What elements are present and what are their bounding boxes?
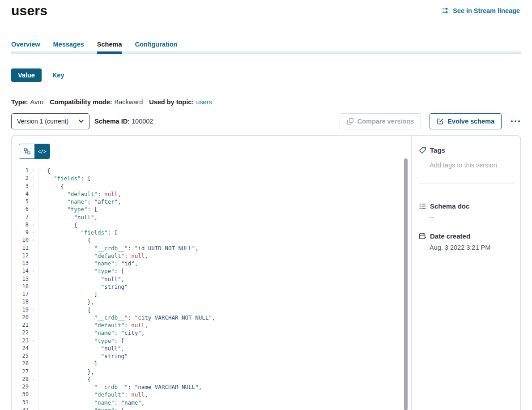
compare-versions-label: Compare versions — [358, 118, 414, 125]
line-number: 5 — [12, 198, 29, 205]
value-key-toggle: Value Key — [11, 68, 64, 82]
fold-toggle-icon[interactable]: ▾ — [29, 337, 38, 345]
fold-spacer — [29, 260, 38, 267]
code-text: "type": [ — [38, 406, 400, 410]
code-line: 7 "null", — [12, 214, 400, 221]
code-line: 18 }, — [12, 298, 400, 306]
stream-lineage-icon — [442, 7, 450, 14]
line-number: 22 — [12, 329, 29, 337]
code-text: "name": "city", — [38, 329, 400, 337]
fold-toggle-icon[interactable]: ▾ — [29, 406, 38, 410]
fold-toggle-icon[interactable]: ▾ — [29, 267, 38, 275]
fold-spacer — [29, 283, 38, 290]
fold-toggle-icon[interactable]: ▾ — [29, 229, 38, 236]
compatibility-label: Compatibility mode: — [50, 98, 112, 106]
tags-heading: Tags — [430, 146, 445, 154]
line-number: 13 — [12, 260, 29, 267]
fold-toggle-icon[interactable]: ▾ — [29, 221, 38, 229]
code-line: 2▾ "fields": [ — [12, 175, 400, 182]
line-number: 10 — [12, 236, 29, 244]
fold-spacer — [29, 329, 38, 337]
code-line: 19▾ { — [12, 306, 400, 314]
line-number: 18 — [12, 298, 29, 306]
fold-spacer — [29, 345, 38, 352]
line-number: 7 — [12, 214, 29, 221]
line-number: 30 — [12, 391, 29, 398]
topic-link[interactable]: users — [196, 98, 212, 106]
page-title: users — [11, 3, 47, 18]
editor-scrollbar[interactable] — [404, 158, 408, 410]
fold-toggle-icon[interactable]: ▾ — [29, 205, 38, 213]
code-text: "name": "after", — [38, 198, 400, 205]
tab-schema[interactable]: Schema — [97, 41, 122, 48]
fold-spacer — [29, 360, 38, 367]
fold-spacer — [29, 383, 38, 391]
line-number: 31 — [12, 399, 29, 406]
code-text: { — [38, 221, 400, 229]
version-bar: Version 1 (current) Schema ID: 100002 Co… — [11, 113, 521, 129]
fold-toggle-icon[interactable]: ▾ — [29, 236, 38, 244]
code-text: "string" — [38, 283, 400, 290]
code-line: 14▾ "type": [ — [12, 267, 400, 275]
line-number: 6 — [12, 205, 29, 213]
code-line: 5 "name": "after", — [12, 198, 400, 205]
code-line: 4 "default": null, — [12, 190, 400, 198]
code-text: "name": "name", — [38, 399, 400, 406]
fold-spacer — [29, 321, 38, 329]
code-text: "null", — [38, 214, 400, 221]
more-options-button[interactable] — [510, 119, 521, 124]
fold-toggle-icon[interactable]: ▾ — [29, 175, 38, 182]
code-line: 27 }, — [12, 368, 400, 376]
line-number: 16 — [12, 283, 29, 290]
code-text: "default": null, — [38, 321, 400, 329]
schema-doc-value: -- — [430, 214, 514, 221]
code-line: 20 "__crdb__": "city VARCHAR NOT NULL", — [12, 314, 400, 321]
code-text: "__crdb__": "id UUID NOT NULL", — [38, 244, 400, 252]
fold-spacer — [29, 399, 38, 406]
fold-spacer — [29, 314, 38, 321]
code-lines[interactable]: 1▾{2▾ "fields": [3▾ {4 "default": null,5… — [12, 167, 400, 410]
code-text: ] — [38, 290, 400, 298]
fold-spacer — [29, 290, 38, 298]
fold-toggle-icon[interactable]: ▾ — [29, 167, 38, 175]
evolve-schema-icon — [437, 118, 444, 125]
line-number: 21 — [12, 321, 29, 329]
value-tab-button[interactable]: Value — [11, 68, 42, 82]
see-in-stream-lineage-link[interactable]: See in Stream lineage — [442, 7, 520, 14]
code-text: "string" — [38, 352, 400, 360]
code-text: }, — [38, 298, 400, 306]
date-created-heading: Date created — [430, 232, 470, 240]
code-view-icon: </> — [38, 149, 47, 154]
tab-configuration[interactable]: Configuration — [135, 41, 177, 48]
date-created-icon — [419, 232, 426, 240]
sidebar-divider — [419, 183, 514, 184]
date-created-section: Date created Aug. 3 2022 3:21 PM — [419, 232, 514, 251]
code-text: { — [38, 306, 400, 314]
add-tags-input[interactable] — [430, 162, 515, 173]
fold-toggle-icon[interactable]: ▾ — [29, 306, 38, 314]
fold-toggle-icon[interactable]: ▾ — [29, 376, 38, 383]
line-number: 14 — [12, 267, 29, 275]
editor-view-toggle: </> — [19, 144, 50, 159]
compare-versions-button[interactable]: Compare versions — [340, 113, 421, 129]
code-line: 30 "default": null, — [12, 391, 400, 398]
line-number: 29 — [12, 383, 29, 391]
tab-messages[interactable]: Messages — [53, 41, 84, 48]
line-number: 15 — [12, 275, 29, 283]
code-line: 31 "name": "name", — [12, 399, 400, 406]
schema-sidebar: Tags Schema doc -- — [411, 136, 520, 410]
evolve-schema-button[interactable]: Evolve schema — [430, 113, 502, 129]
fold-spacer — [29, 275, 38, 283]
tree-view-button[interactable] — [19, 144, 34, 158]
line-number: 4 — [12, 190, 29, 198]
tab-overview[interactable]: Overview — [11, 41, 40, 48]
code-view-button[interactable]: </> — [34, 144, 50, 158]
version-dropdown[interactable]: Version 1 (current) — [11, 113, 89, 129]
fold-toggle-icon[interactable]: ▾ — [29, 183, 38, 190]
code-line: 13 "name": "id", — [12, 260, 400, 267]
compatibility-value: Backward — [115, 98, 143, 106]
key-tab-button[interactable]: Key — [52, 72, 64, 79]
code-text: { — [38, 236, 400, 244]
code-line: 12 "default": null, — [12, 252, 400, 260]
tree-view-icon — [24, 148, 30, 155]
